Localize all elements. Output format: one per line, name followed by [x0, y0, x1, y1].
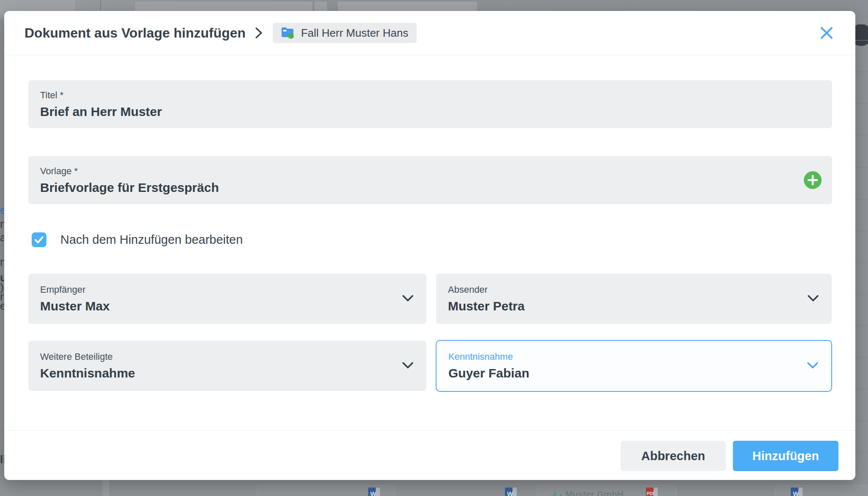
background-row-divider: [855, 421, 868, 421]
template-field-value: Briefvorlage für Erstgespräch: [40, 181, 820, 195]
background-row-divider: [855, 103, 868, 104]
close-icon: [820, 26, 833, 40]
footer-divider: [4, 430, 855, 431]
background-row-divider: [855, 72, 868, 72]
background-row-divider: [855, 326, 868, 326]
acknowledgement-label: Kenntnisnahme: [448, 351, 819, 362]
chevron-down-icon: [807, 294, 819, 303]
acknowledgement-select-focused[interactable]: Kenntnisnahme Guyer Fabian: [436, 340, 832, 392]
word-file-icon: W: [368, 488, 378, 496]
recipient-select[interactable]: Empfänger Muster Max: [28, 274, 426, 324]
dialog-header: Dokument aus Vorlage hinzufügen Fall Her…: [4, 11, 855, 55]
submit-button[interactable]: Hinzufügen: [733, 441, 838, 471]
file-tile: [775, 485, 868, 496]
word-file-icon: W: [791, 488, 801, 496]
case-folder-icon: [281, 27, 295, 39]
other-participants-value: Kenntnisnahme: [40, 366, 415, 380]
template-field-label: Vorlage *: [40, 166, 820, 177]
background-toolbar-bar: [338, 2, 477, 12]
background-toolbar-bar: [135, 2, 312, 12]
background-row-divider: [855, 389, 868, 389]
sender-value: Muster Petra: [448, 299, 820, 313]
other-participants-select[interactable]: Weitere Beteiligte Kenntnisnahme: [28, 341, 426, 391]
background-file-tiles: W W Muster GmbH PDF W: [0, 480, 868, 496]
logo-chart-icon: [551, 493, 562, 496]
background-row-divider: [855, 452, 868, 453]
case-breadcrumb-badge[interactable]: Fall Herr Muster Hans: [273, 23, 417, 43]
background-row-divider: [855, 167, 868, 168]
background-row-divider: [855, 24, 868, 24]
background-strip: [103, 480, 109, 496]
add-template-button[interactable]: [804, 171, 822, 189]
dialog-title: Dokument aus Vorlage hinzufügen: [24, 25, 246, 41]
title-field[interactable]: Titel * Brief an Herr Muster: [28, 80, 832, 128]
checkmark-icon: [34, 235, 44, 245]
recipient-label: Empfänger: [40, 284, 415, 295]
close-button[interactable]: [818, 24, 835, 41]
plus-icon: [808, 175, 818, 185]
logo-text: Muster GmbH: [565, 489, 624, 496]
breadcrumb-chevron-icon: [255, 27, 263, 39]
title-field-label: Titel *: [40, 90, 820, 101]
edit-after-add-label: Nach dem Hinzufügen bearbeiten: [60, 233, 243, 247]
chevron-down-icon: [402, 361, 414, 370]
pdf-file-icon: PDF: [646, 488, 656, 496]
background-row-divider: [855, 199, 868, 199]
background-row-divider: [855, 40, 868, 40]
other-participants-label: Weitere Beteiligte: [40, 351, 415, 362]
word-file-icon: W: [505, 488, 515, 496]
background-row-divider: [855, 357, 868, 358]
background-row-divider: [855, 262, 868, 263]
edit-after-add-checkbox[interactable]: [32, 232, 46, 247]
chevron-down-icon: [402, 294, 414, 303]
chevron-down-icon: [807, 361, 819, 370]
template-field[interactable]: Vorlage * Briefvorlage für Erstgespräch: [28, 156, 832, 204]
sender-select[interactable]: Absender Muster Petra: [436, 274, 832, 324]
acknowledgement-value: Guyer Fabian: [448, 366, 819, 380]
background-row-divider: [855, 231, 868, 231]
add-document-from-template-dialog: Dokument aus Vorlage hinzufügen Fall Her…: [4, 11, 855, 480]
sender-label: Absender: [448, 284, 820, 295]
title-field-value: Brief an Herr Muster: [40, 105, 820, 119]
company-logo: Muster GmbH: [551, 489, 624, 496]
recipient-value: Muster Max: [40, 299, 415, 313]
background-row-divider: [855, 294, 868, 294]
background-toolbar-button: [315, 2, 327, 12]
edit-after-add-row: Nach dem Hinzufügen bearbeiten: [32, 232, 243, 247]
case-badge-label: Fall Herr Muster Hans: [301, 27, 408, 40]
cancel-button[interactable]: Abbrechen: [621, 441, 726, 471]
background-row-divider: [855, 135, 868, 135]
